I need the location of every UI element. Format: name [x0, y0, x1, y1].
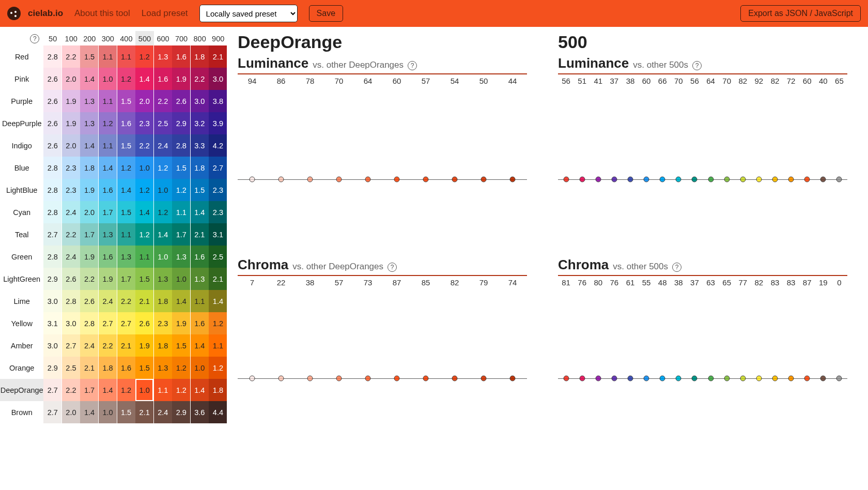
swatch[interactable]: 1.5: [172, 157, 190, 179]
swatch[interactable]: 3.0: [43, 334, 61, 357]
swatch[interactable]: 1.4: [117, 179, 135, 201]
swatch[interactable]: 2.3: [62, 179, 80, 201]
chroma-right-chart[interactable]: [558, 288, 847, 378]
swatch[interactable]: 2.8: [43, 246, 61, 268]
swatch[interactable]: 1.3: [99, 223, 117, 246]
swatch[interactable]: 2.1: [209, 268, 227, 290]
swatch[interactable]: 1.3: [154, 45, 172, 68]
swatch[interactable]: 1.1: [135, 246, 153, 268]
swatch[interactable]: 1.0: [154, 246, 172, 268]
swatch[interactable]: 1.4: [154, 223, 172, 246]
swatch[interactable]: 2.8: [43, 45, 61, 68]
about-link[interactable]: About this tool: [74, 8, 130, 19]
swatch[interactable]: 1.4: [172, 290, 190, 312]
swatch[interactable]: 2.9: [172, 401, 190, 423]
swatch[interactable]: 1.2: [135, 179, 153, 201]
swatch[interactable]: 3.0: [209, 68, 227, 90]
swatch[interactable]: 2.4: [154, 401, 172, 423]
luminance-left-chart[interactable]: [238, 86, 527, 179]
swatch[interactable]: 1.2: [154, 201, 172, 223]
swatch[interactable]: 2.7: [99, 312, 117, 334]
swatch[interactable]: 2.7: [117, 312, 135, 334]
swatch[interactable]: 1.5: [117, 90, 135, 112]
swatch[interactable]: 2.6: [43, 68, 61, 90]
swatch[interactable]: 1.3: [154, 268, 172, 290]
swatch[interactable]: 3.1: [209, 223, 227, 246]
swatch[interactable]: 2.4: [99, 290, 117, 312]
swatch[interactable]: 1.3: [154, 357, 172, 379]
swatch[interactable]: 1.2: [135, 45, 153, 68]
swatch[interactable]: 1.9: [62, 112, 80, 134]
swatch[interactable]: 2.7: [62, 334, 80, 357]
swatch[interactable]: 1.5: [191, 179, 209, 201]
swatch[interactable]: 1.0: [172, 268, 190, 290]
swatch[interactable]: 1.4: [80, 68, 98, 90]
swatch[interactable]: 1.8: [154, 290, 172, 312]
swatch[interactable]: 2.8: [172, 134, 190, 157]
swatch[interactable]: 1.6: [191, 312, 209, 334]
shade-header[interactable]: 400: [117, 31, 136, 45]
swatch[interactable]: 2.8: [62, 290, 80, 312]
swatch[interactable]: 2.2: [62, 45, 80, 68]
swatch[interactable]: 1.7: [99, 201, 117, 223]
swatch[interactable]: 2.0: [62, 68, 80, 90]
export-button[interactable]: Export as JSON / JavaScript: [740, 5, 861, 22]
shade-header[interactable]: 800: [191, 31, 209, 45]
swatch[interactable]: 1.8: [209, 379, 227, 401]
swatch[interactable]: 1.0: [99, 68, 117, 90]
swatch[interactable]: 2.4: [62, 246, 80, 268]
row-name[interactable]: Red: [0, 45, 43, 68]
swatch[interactable]: 1.4: [191, 201, 209, 223]
swatch[interactable]: 2.7: [43, 223, 61, 246]
swatch[interactable]: 3.0: [191, 90, 209, 112]
swatch[interactable]: 2.6: [135, 312, 153, 334]
swatch[interactable]: 1.2: [99, 112, 117, 134]
swatch[interactable]: 1.6: [117, 357, 135, 379]
swatch[interactable]: 2.1: [191, 223, 209, 246]
swatch[interactable]: 4.2: [209, 134, 227, 157]
row-name[interactable]: Yellow: [0, 312, 43, 334]
swatch[interactable]: 1.7: [80, 379, 98, 401]
swatch[interactable]: 2.8: [43, 179, 61, 201]
row-name[interactable]: LightBlue: [0, 179, 43, 201]
swatch[interactable]: 2.9: [43, 357, 61, 379]
swatch[interactable]: 2.2: [99, 334, 117, 357]
swatch[interactable]: 2.0: [80, 201, 98, 223]
swatch[interactable]: 1.2: [154, 157, 172, 179]
swatch[interactable]: 1.2: [135, 223, 153, 246]
swatch[interactable]: 2.5: [62, 357, 80, 379]
row-name[interactable]: LightGreen: [0, 268, 43, 290]
swatch[interactable]: 1.6: [154, 68, 172, 90]
swatch[interactable]: 1.4: [135, 201, 153, 223]
swatch[interactable]: 1.1: [99, 134, 117, 157]
swatch[interactable]: 1.4: [80, 134, 98, 157]
row-name[interactable]: Purple: [0, 90, 43, 112]
swatch[interactable]: 2.9: [172, 112, 190, 134]
swatch[interactable]: 1.8: [154, 334, 172, 357]
swatch[interactable]: 1.5: [135, 357, 153, 379]
swatch[interactable]: 1.5: [80, 45, 98, 68]
swatch[interactable]: 2.6: [43, 112, 61, 134]
row-name[interactable]: Teal: [0, 223, 43, 246]
swatch[interactable]: 1.4: [191, 379, 209, 401]
swatch[interactable]: 1.5: [135, 268, 153, 290]
swatch[interactable]: 2.6: [43, 134, 61, 157]
shade-header[interactable]: 600: [154, 31, 173, 45]
swatch[interactable]: 1.1: [99, 90, 117, 112]
row-name[interactable]: Pink: [0, 68, 43, 90]
swatch[interactable]: 1.7: [117, 268, 135, 290]
swatch[interactable]: 1.9: [99, 268, 117, 290]
swatch[interactable]: 1.2: [209, 312, 227, 334]
swatch[interactable]: 1.5: [117, 401, 135, 423]
swatch[interactable]: 2.4: [62, 201, 80, 223]
swatch[interactable]: 2.9: [43, 268, 61, 290]
swatch[interactable]: 2.1: [117, 334, 135, 357]
swatch[interactable]: 1.1: [172, 201, 190, 223]
swatch[interactable]: 2.4: [80, 334, 98, 357]
swatch[interactable]: 1.2: [172, 357, 190, 379]
swatch[interactable]: 1.1: [154, 379, 172, 401]
swatch[interactable]: 1.4: [135, 68, 153, 90]
swatch[interactable]: 1.1: [191, 290, 209, 312]
row-name[interactable]: DeepPurple: [0, 112, 43, 134]
swatch[interactable]: 3.3: [191, 134, 209, 157]
